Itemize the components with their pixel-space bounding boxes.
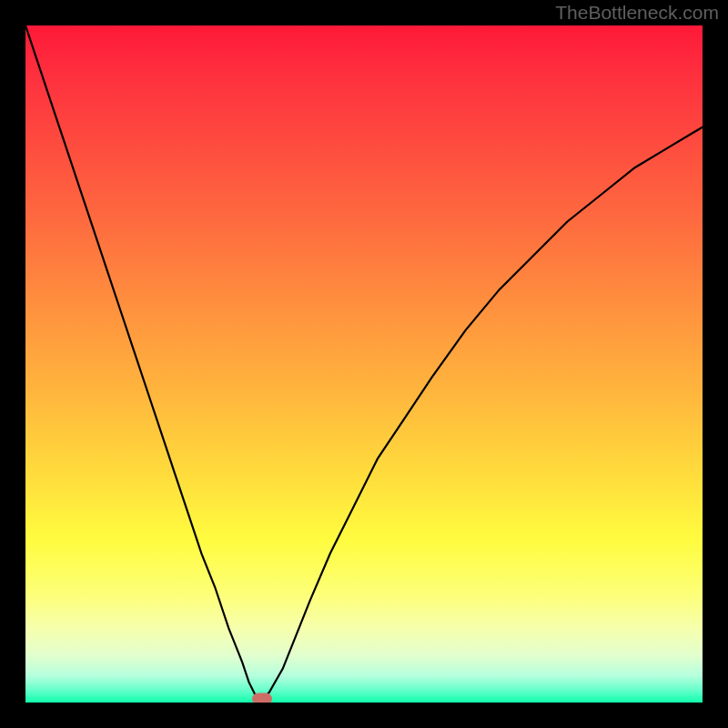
plot-area <box>25 25 703 703</box>
chart-frame: TheBottleneck.com <box>0 0 728 728</box>
bottleneck-curve <box>25 25 703 703</box>
optimum-marker <box>252 693 272 703</box>
curve-path <box>25 25 703 699</box>
watermark-text: TheBottleneck.com <box>555 2 719 24</box>
